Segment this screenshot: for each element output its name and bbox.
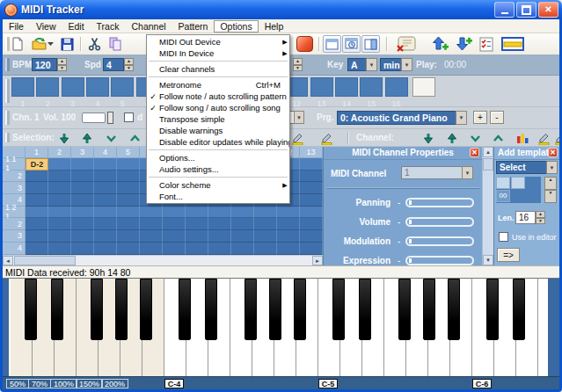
program-value[interactable]: 0: Acoustic Grand Piano [337, 111, 456, 125]
minimize-button[interactable] [494, 2, 515, 18]
panel-close-icon[interactable]: ✕ [470, 148, 479, 157]
grid-cell[interactable] [277, 243, 300, 255]
grid-cell[interactable] [71, 218, 94, 230]
grid-cell[interactable] [231, 207, 254, 219]
pattern-block-16[interactable] [385, 77, 408, 97]
black-key[interactable] [294, 279, 306, 340]
grid-cell[interactable] [277, 218, 300, 230]
note-cell[interactable]: D-2 [26, 158, 48, 171]
grid-cell[interactable] [208, 243, 231, 255]
grid-cell[interactable] [254, 230, 277, 243]
grid-cell[interactable] [94, 171, 117, 183]
menu-pattern[interactable]: Pattern [172, 20, 215, 33]
length-value[interactable]: 16 [515, 211, 536, 224]
pattern-block-13[interactable] [310, 77, 333, 97]
grid-cell[interactable] [94, 182, 117, 194]
menu-item-metronome[interactable]: MetronomeCtrl+M [147, 79, 289, 91]
grid-cell[interactable] [71, 207, 94, 219]
pattern-block-15[interactable] [360, 77, 383, 97]
grid-cell[interactable] [94, 158, 117, 171]
save-button[interactable] [57, 35, 77, 53]
pattern-block-2[interactable] [36, 77, 59, 97]
grid-cell[interactable] [26, 207, 48, 219]
menu-item-midi-in-device[interactable]: MIDI In Device▶ [147, 47, 289, 59]
slider-groove-modulation[interactable] [405, 236, 474, 246]
grid-cell[interactable] [300, 194, 323, 207]
selection-octave-up-button[interactable] [79, 131, 94, 145]
channel-colors-button[interactable] [515, 131, 529, 145]
hidden-spinner[interactable]: ▲▼ [293, 58, 303, 71]
grid-cell[interactable] [94, 230, 117, 243]
grid-cell[interactable] [26, 182, 48, 194]
view-clock-button[interactable] [342, 35, 361, 53]
grid-cell[interactable] [26, 194, 48, 207]
grid-cell[interactable] [277, 207, 300, 219]
grid-cell[interactable] [140, 218, 163, 230]
black-key[interactable] [115, 279, 128, 340]
use-in-editor-checkbox[interactable] [499, 232, 508, 242]
black-key[interactable] [245, 279, 257, 340]
pattern-block-5[interactable] [111, 77, 134, 97]
pattern-block-new[interactable] [412, 77, 435, 97]
menu-item-options[interactable]: Options... [147, 152, 289, 163]
channel-octave-down-button[interactable] [420, 131, 435, 145]
menu-item-font[interactable]: Font... [147, 191, 289, 202]
selection-edit2-button[interactable] [319, 131, 334, 145]
grid-cell[interactable] [300, 243, 323, 255]
delete-script-button[interactable] [393, 35, 420, 53]
grid-cell[interactable] [300, 182, 323, 194]
menu-options[interactable]: Options [214, 20, 258, 33]
grid-cell[interactable] [117, 243, 140, 255]
black-key[interactable] [398, 279, 411, 340]
grid-cell[interactable] [71, 158, 94, 171]
volume-slider-thumb[interactable] [107, 112, 113, 124]
grid-cell[interactable] [94, 194, 117, 207]
menu-item-follow-song-auto-scrolling-song[interactable]: ✓Follow song / auto scrolling song [147, 102, 289, 113]
menu-item-disable-editor-updates-while-playing[interactable]: Disable editor updates while playing [147, 136, 289, 148]
menu-help[interactable]: Help [259, 20, 290, 33]
scroll-thumb[interactable] [483, 158, 493, 171]
black-key[interactable] [25, 279, 37, 340]
selection-octave-down-button[interactable] [56, 131, 71, 145]
black-key[interactable] [332, 279, 345, 340]
grid-cell[interactable] [94, 218, 117, 230]
grid-cell[interactable] [254, 207, 277, 219]
grid-cell[interactable] [71, 230, 94, 243]
slider-groove-panning[interactable] [405, 198, 474, 207]
grid-cell[interactable] [71, 182, 94, 194]
grid-cell[interactable] [208, 207, 231, 219]
channel-octave-up-button[interactable] [444, 131, 459, 145]
channel-semitone-down-button[interactable] [468, 131, 483, 145]
grid-cell[interactable] [117, 218, 140, 230]
grid-cell[interactable] [163, 218, 186, 230]
grid-cell[interactable] [48, 230, 71, 243]
panel-vertical-scrollbar[interactable]: ▲ ▼ [482, 147, 493, 265]
stop-button[interactable] [296, 36, 313, 52]
template-spinner[interactable]: ▲▼ [544, 177, 557, 203]
copy-button[interactable] [106, 35, 125, 53]
grid-cell[interactable] [140, 243, 163, 255]
scroll-thumb[interactable] [14, 256, 76, 265]
open-dropdown-arrow[interactable] [46, 35, 55, 53]
remove-pattern-button[interactable]: - [490, 111, 504, 124]
black-key[interactable] [179, 279, 191, 340]
view-pattern-button[interactable] [323, 35, 341, 53]
menu-item-transpose-simple[interactable]: Transpose simple [147, 113, 289, 125]
menu-channel[interactable]: Channel [125, 20, 172, 33]
scroll-left-button[interactable]: ◄ [3, 256, 13, 265]
black-key[interactable] [51, 279, 63, 340]
slider-thumb[interactable] [409, 239, 412, 243]
channel-semitone-up-button[interactable] [491, 131, 506, 145]
move-up-button[interactable] [429, 35, 450, 53]
grid-cell[interactable] [140, 230, 163, 243]
grid-cell[interactable] [300, 171, 323, 183]
grid-cell[interactable] [26, 243, 48, 255]
cut-button[interactable] [84, 35, 104, 53]
zoom-50-button[interactable]: 50% [6, 379, 29, 388]
grid-cell[interactable] [163, 243, 186, 255]
grid-cell[interactable] [300, 230, 323, 243]
black-key[interactable] [423, 279, 435, 340]
pattern-block-3[interactable] [62, 77, 84, 97]
channel-edit2-button[interactable] [553, 131, 562, 145]
grid-cell[interactable] [71, 171, 94, 183]
